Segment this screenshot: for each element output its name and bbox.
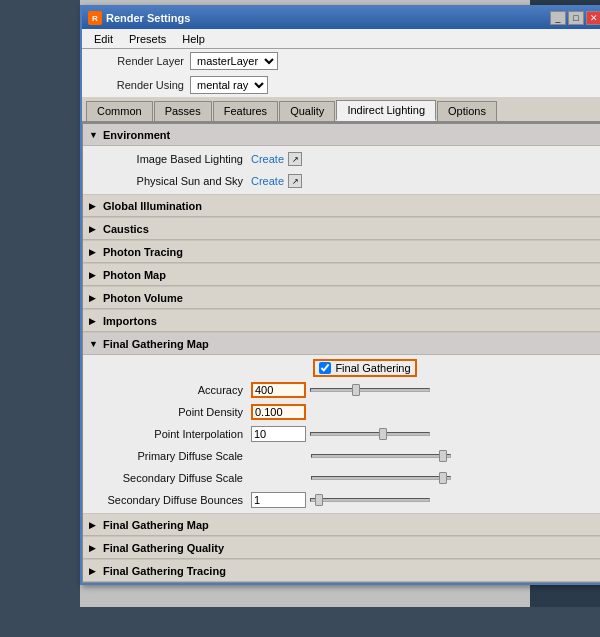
- fg-accuracy-label: Accuracy: [91, 384, 251, 396]
- fg-primary-diffuse-slider-container: [311, 454, 599, 458]
- maximize-button[interactable]: □: [568, 11, 584, 25]
- section-fg-arrow: ▼: [89, 339, 99, 349]
- tab-quality[interactable]: Quality: [279, 101, 335, 121]
- fg-primary-diffuse-slider-track[interactable]: [311, 454, 451, 458]
- fg-primary-diffuse-slider-thumb[interactable]: [439, 450, 447, 462]
- render-using-row: Render Using mental ray: [82, 73, 600, 97]
- close-button[interactable]: ✕: [586, 11, 600, 25]
- menu-presets[interactable]: Presets: [121, 31, 174, 47]
- fg-interpolation-slider-track[interactable]: [310, 432, 430, 436]
- section-photon-tracing-header[interactable]: ▶ Photon Tracing: [83, 241, 600, 263]
- tab-indirect-lighting[interactable]: Indirect Lighting: [336, 100, 436, 121]
- section-fg-map-title: Final Gathering Map: [103, 519, 209, 531]
- section-importons-header[interactable]: ▶ Importons: [83, 310, 600, 332]
- section-photon-tracing-arrow: ▶: [89, 247, 99, 257]
- section-photon-volume-title: Photon Volume: [103, 292, 183, 304]
- env-ibl-row: Image Based Lighting Create ↗: [83, 148, 600, 170]
- fg-secondary-diffuse-row: Secondary Diffuse Scale: [83, 467, 600, 489]
- env-sun-label: Physical Sun and Sky: [91, 175, 251, 187]
- menu-help[interactable]: Help: [174, 31, 213, 47]
- fg-accuracy-input[interactable]: [251, 382, 306, 398]
- section-gi-title: Global Illumination: [103, 200, 202, 212]
- title-bar-left: R Render Settings: [88, 11, 190, 25]
- window-controls: _ □ ✕: [550, 11, 600, 25]
- fg-interpolation-slider-thumb[interactable]: [379, 428, 387, 440]
- tab-common[interactable]: Common: [86, 101, 153, 121]
- section-fg-tracing: ▶ Final Gathering Tracing: [83, 560, 600, 583]
- fg-secondary-diffuse-slider-container: [311, 476, 599, 480]
- fg-bounces-input[interactable]: [251, 492, 306, 508]
- fg-interpolation-input[interactable]: [251, 426, 306, 442]
- section-fg-tracing-header[interactable]: ▶ Final Gathering Tracing: [83, 560, 600, 582]
- fg-checkbox-wrapper: Final Gathering: [313, 359, 416, 377]
- section-photon-tracing-title: Photon Tracing: [103, 246, 183, 258]
- render-using-select[interactable]: mental ray: [190, 76, 268, 94]
- section-importons: ▶ Importons: [83, 310, 600, 333]
- menu-bar: Edit Presets Help: [82, 29, 600, 49]
- env-sun-create[interactable]: Create: [251, 175, 284, 187]
- content-area[interactable]: ▼ Environment Image Based Lighting Creat…: [82, 123, 600, 583]
- fg-primary-diffuse-label: Primary Diffuse Scale: [91, 450, 251, 462]
- section-global-illumination: ▶ Global Illumination: [83, 195, 600, 218]
- section-photon-volume-header[interactable]: ▶ Photon Volume: [83, 287, 600, 309]
- menu-edit[interactable]: Edit: [86, 31, 121, 47]
- fg-density-label: Point Density: [91, 406, 251, 418]
- minimize-button[interactable]: _: [550, 11, 566, 25]
- section-importons-title: Importons: [103, 315, 157, 327]
- fg-accuracy-row: Accuracy: [83, 379, 600, 401]
- render-layer-select[interactable]: masterLayer: [190, 52, 278, 70]
- tab-features[interactable]: Features: [213, 101, 278, 121]
- section-fg-header[interactable]: ▼ Final Gathering Map: [83, 333, 600, 355]
- fg-primary-diffuse-row: Primary Diffuse Scale: [83, 445, 600, 467]
- section-gi-header[interactable]: ▶ Global Illumination: [83, 195, 600, 217]
- section-final-gathering: ▼ Final Gathering Map Final Gathering Ac…: [83, 333, 600, 514]
- fg-accuracy-slider-container: [310, 388, 599, 392]
- section-photon-volume: ▶ Photon Volume: [83, 287, 600, 310]
- fg-density-row: Point Density: [83, 401, 600, 423]
- fg-secondary-diffuse-slider-thumb[interactable]: [439, 472, 447, 484]
- section-photon-map-header[interactable]: ▶ Photon Map: [83, 264, 600, 286]
- section-fg-quality-header[interactable]: ▶ Final Gathering Quality: [83, 537, 600, 559]
- section-fg-quality-title: Final Gathering Quality: [103, 542, 224, 554]
- tab-options[interactable]: Options: [437, 101, 497, 121]
- section-caustics-header[interactable]: ▶ Caustics: [83, 218, 600, 240]
- fg-secondary-diffuse-slider-track[interactable]: [311, 476, 451, 480]
- section-environment-content: Image Based Lighting Create ↗ Physical S…: [83, 146, 600, 194]
- render-settings-window: R Render Settings _ □ ✕ Edit Presets Hel…: [80, 5, 600, 585]
- env-ibl-link-icon[interactable]: ↗: [288, 152, 302, 166]
- fg-density-input[interactable]: [251, 404, 306, 420]
- fg-checkbox[interactable]: [319, 362, 331, 374]
- section-caustics-arrow: ▶: [89, 224, 99, 234]
- section-fg-quality-arrow: ▶: [89, 543, 99, 553]
- section-environment-header[interactable]: ▼ Environment: [83, 124, 600, 146]
- fg-interpolation-row: Point Interpolation: [83, 423, 600, 445]
- fg-bounces-slider-thumb[interactable]: [315, 494, 323, 506]
- env-sun-link-icon[interactable]: ↗: [288, 174, 302, 188]
- fg-bounces-slider-track[interactable]: [310, 498, 430, 502]
- section-fg-quality: ▶ Final Gathering Quality: [83, 537, 600, 560]
- section-photon-volume-arrow: ▶: [89, 293, 99, 303]
- section-fg-tracing-title: Final Gathering Tracing: [103, 565, 226, 577]
- section-photon-map-arrow: ▶: [89, 270, 99, 280]
- section-fg-map-arrow: ▶: [89, 520, 99, 530]
- render-using-label: Render Using: [90, 79, 190, 91]
- render-layer-row: Render Layer masterLayer: [82, 49, 600, 73]
- env-ibl-create[interactable]: Create: [251, 153, 284, 165]
- render-layer-dropdown-container: masterLayer: [190, 52, 278, 70]
- fg-bounces-label: Secondary Diffuse Bounces: [91, 494, 251, 506]
- window-title: Render Settings: [106, 12, 190, 24]
- section-fg-title: Final Gathering Map: [103, 338, 209, 350]
- section-photon-map: ▶ Photon Map: [83, 264, 600, 287]
- section-caustics: ▶ Caustics: [83, 218, 600, 241]
- section-fg-map-header[interactable]: ▶ Final Gathering Map: [83, 514, 600, 536]
- fg-bounces-slider-container: [310, 498, 599, 502]
- section-fg-tracing-arrow: ▶: [89, 566, 99, 576]
- env-sun-row: Physical Sun and Sky Create ↗: [83, 170, 600, 192]
- fg-accuracy-slider-track[interactable]: [310, 388, 430, 392]
- fg-accuracy-slider-thumb[interactable]: [352, 384, 360, 396]
- fg-checkbox-label: Final Gathering: [335, 362, 410, 374]
- tab-bar: Common Passes Features Quality Indirect …: [82, 97, 600, 123]
- fg-secondary-diffuse-label: Secondary Diffuse Scale: [91, 472, 251, 484]
- section-fg-content: Final Gathering Accuracy Point Density: [83, 355, 600, 513]
- tab-passes[interactable]: Passes: [154, 101, 212, 121]
